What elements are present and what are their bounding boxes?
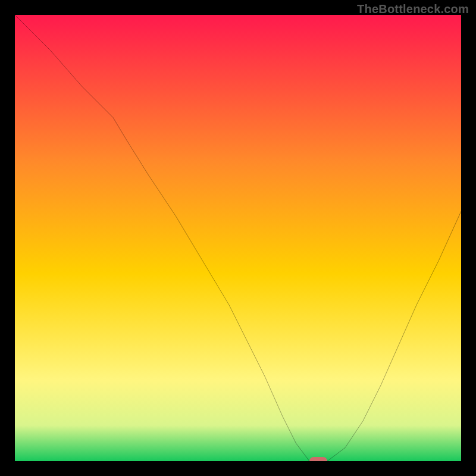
optimal-point-marker [309,457,327,461]
plot-area [15,15,461,461]
outer-frame: TheBottleneck.com [0,0,476,476]
watermark-text: TheBottleneck.com [357,2,469,16]
bottleneck-curve [15,15,461,461]
